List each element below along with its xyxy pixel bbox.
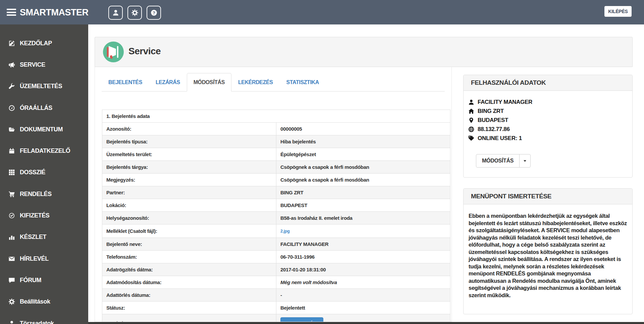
gauge-icon xyxy=(8,105,15,111)
sidebar-item-label: DOKUMENTUM xyxy=(20,126,63,133)
tab-bejelentes[interactable]: BEJELENTÉS xyxy=(102,73,149,91)
svg-text:?: ? xyxy=(152,10,155,15)
row-value: B58-as Irodaház II. emelet iroda xyxy=(276,212,450,224)
row-value: Csöpögnek a csapok a férfi mosdóban xyxy=(276,161,450,174)
gear-icon xyxy=(131,9,138,16)
sidebar-item-keszlet[interactable]: KÉSZLET xyxy=(0,226,88,248)
globe-icon xyxy=(468,126,474,132)
ip-address: 88.132.77.86 xyxy=(478,126,510,133)
sidebar-item-label: RENDELÉS xyxy=(20,191,52,198)
service-module-avatar xyxy=(103,42,124,62)
info-panel-text: Ebben a menüpontban lekérdezhetjük az eg… xyxy=(464,204,632,299)
sidebar-item-label: Beállítások xyxy=(20,298,50,305)
sidebar-item-beallitasok[interactable]: Beállítások xyxy=(0,291,88,313)
sidebar-item-label: HÍRLEVÉL xyxy=(20,255,49,262)
user-data-panel: FELHASZNÁLÓI ADATOK FACILITY MANAGER BIN… xyxy=(463,75,633,178)
modify-dropdown-toggle[interactable] xyxy=(519,154,530,167)
row-value: Hiba bejelentés xyxy=(276,135,450,148)
row-label: Bejelentő neve: xyxy=(102,238,276,251)
tab-bar: BEJELENTÉS LEZÁRÁS MÓDOSÍTÁS LEKÉRDEZÉS … xyxy=(102,73,445,91)
sidebar: KEZDŐLAP SERVICE ÜZEMELTETÉS ÓRAÁLLÁS DO… xyxy=(0,24,88,324)
sidebar-item-dokumentum[interactable]: DOKUMENTUM xyxy=(0,119,88,140)
sidebar-item-service[interactable]: SERVICE xyxy=(0,54,88,75)
row-value: 2017-01-20 18:31:00 xyxy=(276,263,450,276)
row-label: Adatmódosítás dátuma: xyxy=(102,276,276,289)
sidebar-item-label: ÓRAÁLLÁS xyxy=(20,105,52,112)
footer-bar xyxy=(88,322,644,324)
row-value: Még nem volt módosítva xyxy=(276,276,450,289)
megaphone-icon xyxy=(103,42,124,62)
folder-icon xyxy=(8,126,15,133)
row-label: Telefonszám: xyxy=(102,251,276,263)
sidebar-item-hirlevel[interactable]: HÍRLEVÉL xyxy=(0,248,88,269)
modify-button[interactable]: MÓDOSÍTÁS xyxy=(476,154,519,167)
gear-icon xyxy=(8,299,15,305)
settings-button[interactable] xyxy=(127,6,142,20)
tab-lezaras[interactable]: LEZÁRÁS xyxy=(149,73,187,91)
page-header: Service xyxy=(95,37,633,67)
tab-modositas[interactable]: MÓDOSÍTÁS xyxy=(187,73,231,91)
sidebar-item-label: SERVICE xyxy=(20,61,45,68)
table-row: Megjegyzés: Csöpögnek a csapok a férfi m… xyxy=(102,174,450,186)
sidebar-item-dosszie[interactable]: DOSSZIÉ xyxy=(0,162,88,183)
bar-chart-icon xyxy=(8,234,15,240)
user-panel-title: FELHASZNÁLÓI ADATOK xyxy=(464,75,632,91)
row-value: Épületgépészet xyxy=(276,148,450,161)
tab-lekerdezes[interactable]: LEKÉRDEZÉS xyxy=(231,73,280,91)
row-label: Bejelentés típusa: xyxy=(102,135,276,148)
comment-icon xyxy=(8,277,15,283)
profile-button[interactable] xyxy=(108,6,123,20)
main-content-panel: BEJELENTÉS LEZÁRÁS MÓDOSÍTÁS LEKÉRDEZÉS … xyxy=(95,67,452,322)
sidebar-item-label: KIFIZETÉS xyxy=(20,212,49,219)
edit-icon xyxy=(8,40,15,47)
table-row: Azonosító: 00000005 xyxy=(102,123,450,135)
sidebar-item-label: DOSSZIÉ xyxy=(20,169,45,176)
row-value: BUDAPEST xyxy=(276,199,450,212)
row-value: FACILITY MANAGER xyxy=(276,238,450,251)
calendar-icon xyxy=(8,148,15,154)
page-title: Service xyxy=(128,46,161,57)
user-icon xyxy=(468,99,474,105)
table-row-worksheet: Munkalap: MEGNYITÁS xyxy=(102,314,450,322)
grid-icon xyxy=(8,169,15,176)
top-bar: SMARTMASTER ? KILÉPÉS xyxy=(0,0,644,24)
open-worksheet-button[interactable]: MEGNYITÁS xyxy=(280,317,323,322)
home-icon xyxy=(468,108,474,114)
sidebar-item-label: Törzsadatok xyxy=(20,320,54,324)
sidebar-item-feladatkezelo[interactable]: FELADATKEZELŐ xyxy=(0,140,88,161)
row-value: Csöpögnek a csapok a férfi mosdóban xyxy=(276,174,450,186)
row-label: Adatrögzítés dátma: xyxy=(102,263,276,276)
sidebar-item-rendeles[interactable]: RENDELÉS xyxy=(0,183,88,205)
sidebar-item-kifizetes[interactable]: KIFIZETÉS xyxy=(0,205,88,226)
row-value: 06-70-311-1996 xyxy=(276,251,450,263)
megaphone-icon xyxy=(8,62,15,68)
tab-statisztika[interactable]: STATISZTIKA xyxy=(280,73,326,91)
modify-split-button: MÓDOSÍTÁS xyxy=(476,154,531,168)
table-section-title: 1. Bejelentés adata xyxy=(102,110,450,123)
table-row: Státusz: Bejelentett xyxy=(102,302,450,314)
row-label: Bejelentés tárgya: xyxy=(102,161,276,174)
logout-button[interactable]: KILÉPÉS xyxy=(604,6,632,17)
list-item: BUDAPEST xyxy=(468,117,626,124)
sidebar-item-torzsadatok[interactable]: Törzsadatok xyxy=(0,313,88,324)
row-label: Lokáció: xyxy=(102,199,276,212)
info-panel-title: MENÜPONT ISMERTETÉSE xyxy=(464,189,632,204)
row-label: Megjegyzés: xyxy=(102,174,276,186)
sidebar-item-uzemeltetes[interactable]: ÜZEMELTETÉS xyxy=(0,76,88,97)
sidebar-item-forum[interactable]: FÓRUM xyxy=(0,269,88,291)
sidebar-item-label: FELADATKEZELŐ xyxy=(20,147,70,154)
row-label: Státusz: xyxy=(102,302,276,314)
sidebar-item-oraallas[interactable]: ÓRAÁLLÁS xyxy=(0,97,88,119)
row-label: Adattörlés dátuma: xyxy=(102,289,276,302)
sidebar-item-kezdolap[interactable]: KEZDŐLAP xyxy=(0,33,88,54)
attachment-link[interactable]: 2.jpg xyxy=(280,229,290,234)
table-row: Bejelentő neve: FACILITY MANAGER xyxy=(102,238,450,251)
help-button[interactable]: ? xyxy=(147,6,161,20)
row-label: Partner: xyxy=(102,186,276,199)
table-row: Bejelentés típusa: Hiba bejelentés xyxy=(102,135,450,148)
row-value: BING ZRT xyxy=(276,186,450,199)
sidebar-item-label: KÉSZLET xyxy=(20,234,46,241)
menu-description-panel: MENÜPONT ISMERTETÉSE Ebben a menüpontban… xyxy=(463,188,633,314)
sidebar-item-label: ÜZEMELTETÉS xyxy=(20,83,62,90)
hamburger-menu-icon[interactable] xyxy=(7,9,16,16)
